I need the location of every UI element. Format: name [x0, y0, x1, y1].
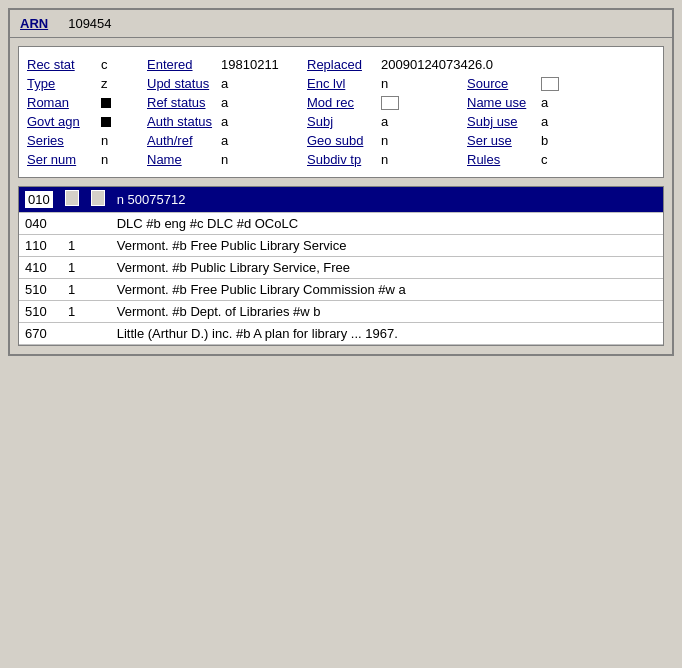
auth-ref-cell: Auth/ref a — [147, 133, 307, 148]
name-use-value: a — [541, 95, 571, 110]
subj-use-cell: Subj use a — [467, 114, 571, 129]
field-tag: 040 — [19, 213, 59, 235]
header-bar: ARN 109454 — [10, 10, 672, 38]
source-input[interactable] — [541, 77, 559, 91]
field-data: Vermont. #b Dept. of Libraries #w b — [111, 301, 663, 323]
metadata-section: Rec stat c Entered 19810211 Replaced 200… — [18, 46, 664, 178]
subdiv-tp-link[interactable]: Subdiv tp — [307, 152, 377, 167]
name-value: n — [221, 152, 251, 167]
name-cell: Name n — [147, 152, 307, 167]
ref-status-link[interactable]: Ref status — [147, 95, 217, 110]
name-use-cell: Name use a — [467, 95, 571, 110]
source-link[interactable]: Source — [467, 76, 537, 91]
series-cell: Series n — [27, 133, 147, 148]
rules-cell: Rules c — [467, 152, 571, 167]
enc-lvl-cell: Enc lvl n — [307, 76, 467, 91]
meta-row-2: Type z Upd status a Enc lvl n Source — [27, 74, 655, 93]
field-data: Little (Arthur D.) inc. #b A plan for li… — [111, 323, 663, 345]
roman-square — [101, 98, 111, 108]
meta-row-5: Series n Auth/ref a Geo subd n Ser use b — [27, 131, 655, 150]
type-link[interactable]: Type — [27, 76, 97, 91]
auth-status-value: a — [221, 114, 251, 129]
subj-value: a — [381, 114, 411, 129]
main-container: ARN 109454 Rec stat c Entered 19810211 R… — [8, 8, 674, 356]
govt-agn-link[interactable]: Govt agn — [27, 114, 97, 129]
table-row[interactable]: 410 1 Vermont. #b Public Library Service… — [19, 257, 663, 279]
replaced-link[interactable]: Replaced — [307, 57, 377, 72]
entered-value: 19810211 — [221, 57, 279, 72]
ref-status-value: a — [221, 95, 251, 110]
field-ind1 — [59, 187, 85, 213]
ref-status-cell: Ref status a — [147, 95, 307, 110]
field-data: Vermont. #b Public Library Service, Free — [111, 257, 663, 279]
type-cell: Type z — [27, 76, 147, 91]
name-use-link[interactable]: Name use — [467, 95, 537, 110]
field-data: n 50075712 — [111, 187, 663, 213]
table-row[interactable]: 670 Little (Arthur D.) inc. #b A plan fo… — [19, 323, 663, 345]
upd-status-value: a — [221, 76, 251, 91]
subj-use-link[interactable]: Subj use — [467, 114, 537, 129]
table-row[interactable]: 110 1 Vermont. #b Free Public Library Se… — [19, 235, 663, 257]
field-ind1: 1 — [59, 257, 85, 279]
field-ind2 — [85, 213, 111, 235]
field-ind1 — [59, 213, 85, 235]
field-tag: 510 — [19, 301, 59, 323]
mod-rec-input[interactable] — [381, 96, 399, 110]
subj-link[interactable]: Subj — [307, 114, 377, 129]
geo-subd-value: n — [381, 133, 411, 148]
marc-table-section: 010 n 50075712 040 DLC #b eng #c DLC #d … — [18, 186, 664, 346]
enc-lvl-value: n — [381, 76, 411, 91]
table-row[interactable]: 010 n 50075712 — [19, 187, 663, 213]
field-tag: 010 — [19, 187, 59, 213]
rec-stat-cell: Rec stat c — [27, 57, 147, 72]
field-ind1: 1 — [59, 235, 85, 257]
auth-ref-value: a — [221, 133, 251, 148]
govt-agn-square — [101, 117, 111, 127]
rec-stat-value: c — [101, 57, 131, 72]
table-row[interactable]: 510 1 Vermont. #b Dept. of Libraries #w … — [19, 301, 663, 323]
geo-subd-link[interactable]: Geo subd — [307, 133, 377, 148]
ser-num-link[interactable]: Ser num — [27, 152, 97, 167]
enc-lvl-link[interactable]: Enc lvl — [307, 76, 377, 91]
subdiv-tp-cell: Subdiv tp n — [307, 152, 467, 167]
auth-status-cell: Auth status a — [147, 114, 307, 129]
geo-subd-cell: Geo subd n — [307, 133, 467, 148]
series-link[interactable]: Series — [27, 133, 97, 148]
table-row[interactable]: 040 DLC #b eng #c DLC #d OCoLC — [19, 213, 663, 235]
field-ind2 — [85, 301, 111, 323]
auth-status-link[interactable]: Auth status — [147, 114, 217, 129]
entered-cell: Entered 19810211 — [147, 57, 307, 72]
arn-label[interactable]: ARN — [20, 16, 48, 31]
replaced-value: 20090124073426.0 — [381, 57, 493, 72]
field-data: Vermont. #b Free Public Library Commissi… — [111, 279, 663, 301]
field-ind2 — [85, 279, 111, 301]
mod-rec-link[interactable]: Mod rec — [307, 95, 377, 110]
replaced-cell: Replaced 20090124073426.0 — [307, 57, 493, 72]
ser-use-link[interactable]: Ser use — [467, 133, 537, 148]
subj-use-value: a — [541, 114, 571, 129]
auth-ref-link[interactable]: Auth/ref — [147, 133, 217, 148]
field-ind1: 1 — [59, 301, 85, 323]
ser-num-cell: Ser num n — [27, 152, 147, 167]
field-tag: 670 — [19, 323, 59, 345]
field-tag: 510 — [19, 279, 59, 301]
meta-row-1: Rec stat c Entered 19810211 Replaced 200… — [27, 55, 655, 74]
type-value: z — [101, 76, 131, 91]
field-tag: 110 — [19, 235, 59, 257]
name-link[interactable]: Name — [147, 152, 217, 167]
rules-link[interactable]: Rules — [467, 152, 537, 167]
field-data: Vermont. #b Free Public Library Service — [111, 235, 663, 257]
rec-stat-link[interactable]: Rec stat — [27, 57, 97, 72]
ser-use-cell: Ser use b — [467, 133, 571, 148]
entered-link[interactable]: Entered — [147, 57, 217, 72]
field-tag: 410 — [19, 257, 59, 279]
table-row[interactable]: 510 1 Vermont. #b Free Public Library Co… — [19, 279, 663, 301]
mod-rec-cell: Mod rec — [307, 95, 467, 110]
arn-value: 109454 — [68, 16, 111, 31]
roman-link[interactable]: Roman — [27, 95, 97, 110]
upd-status-link[interactable]: Upd status — [147, 76, 217, 91]
field-data: DLC #b eng #c DLC #d OCoLC — [111, 213, 663, 235]
series-value: n — [101, 133, 131, 148]
field-ind2 — [85, 235, 111, 257]
source-cell: Source — [467, 76, 559, 91]
